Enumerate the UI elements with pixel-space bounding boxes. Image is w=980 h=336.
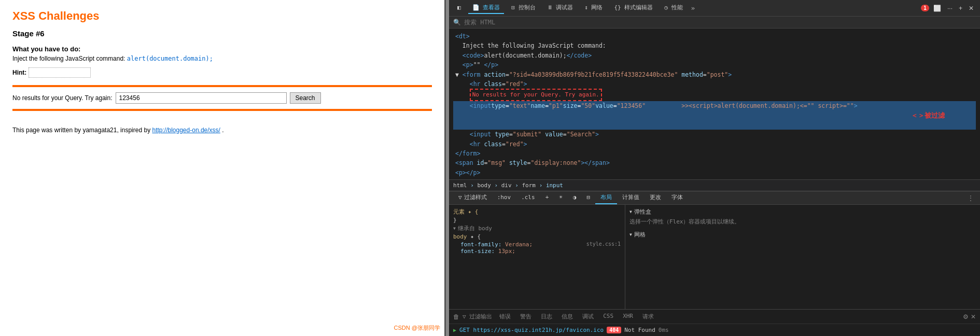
html-line: ▼ <form action="?sid=4a03899db869f9b21fc… [453, 70, 976, 79]
task-desc: Inject the following JavaScript command:… [12, 55, 432, 62]
devtools-bottom: ▽ 过滤样式 :hov .cls + ☀ ◑ ⊟ 布局 计算值 更改 字体 ⋮ … [449, 191, 980, 336]
search-icon: 🔍 [453, 19, 461, 26]
tab-errors[interactable]: 错误 [495, 312, 515, 321]
html-line: <dt> [453, 32, 976, 41]
tab-console[interactable]: ⊡ 控制台 [507, 2, 539, 14]
font-family-prop: font-family: Verdana; style.css:1 [453, 241, 621, 248]
tab-layout[interactable]: 布局 [595, 191, 617, 204]
html-source: <dt> Inject the following JavaScript com… [449, 29, 980, 179]
inherited-header: ▼ 继承自 body [453, 225, 621, 232]
styles-left: 元素 ✦ { } ▼ 继承自 body body ✦ { font-family… [449, 205, 625, 309]
annotation-arrow: ＜＞被过滤 [911, 110, 945, 121]
tab-add-rule[interactable]: + [540, 192, 554, 204]
code-command: alert(document.domain); [127, 55, 213, 62]
tab-requests[interactable]: 请求 [638, 312, 658, 321]
console-bar: 🗑 ▽ 过滤输出 错误 警告 日志 信息 调试 CSS XHR 请求 ⚙ ✕ [449, 309, 980, 324]
page-title: XSS Challenges [12, 9, 432, 23]
footer-text: This page was written by yamagata21, ins… [12, 127, 432, 134]
tab-debug[interactable]: 调试 [578, 312, 598, 321]
trash-icon[interactable]: 🗑 [453, 313, 459, 320]
breadcrumb-input[interactable]: input [546, 182, 563, 189]
tab-inspector[interactable]: ◧ [453, 3, 465, 13]
task-desc-text: Inject the following JavaScript command: [12, 55, 125, 62]
network-icon: ↕ [584, 4, 588, 11]
tab-log[interactable]: 日志 [537, 312, 556, 321]
flex-box-header[interactable]: ▼ 弹性盒 [629, 208, 976, 216]
breadcrumb-html[interactable]: html [453, 182, 467, 189]
performance-icon: ◷ [664, 4, 668, 11]
tab-print[interactable]: ⊟ [582, 192, 596, 204]
debugger-icon: ⏸ [547, 4, 553, 11]
status-badge: 404 [607, 327, 621, 333]
tab-filter-styles[interactable]: ▽ 过滤样式 [453, 191, 492, 204]
close-icon[interactable]: ✕ [971, 313, 976, 320]
tab-css[interactable]: CSS [599, 312, 618, 321]
tab-dark[interactable]: ◑ [568, 192, 582, 204]
breadcrumb-form[interactable]: form [522, 182, 536, 189]
more-tabs-btn[interactable]: » [691, 4, 695, 12]
responsive-btn[interactable]: ⬜ [931, 4, 943, 12]
html-line: No results for your Query. Try again. [453, 89, 976, 101]
html-line: <p>"" </p> [453, 60, 976, 69]
tab-computed[interactable]: 计算值 [617, 191, 645, 204]
close-devtools-btn[interactable]: ✕ [967, 4, 976, 12]
tab-xhr[interactable]: XHR [619, 312, 637, 321]
footer-link[interactable]: http://blogged-on.de/xss/ [152, 127, 220, 134]
html-line: <hr class="red"> [453, 79, 976, 89]
footer-label: This page was written by yamagata21, ins… [12, 127, 152, 134]
bottom-tab-actions: ⋮ [965, 193, 976, 203]
grid-header[interactable]: ▼ 网格 [629, 231, 976, 239]
hint-line: Hint: [12, 67, 432, 78]
tab-fonts[interactable]: 字体 [666, 191, 688, 204]
network-row: ▶ GET https://xss-quiz.int21h.jp/favicon… [453, 326, 976, 334]
stage-title: Stage #6 [12, 29, 432, 38]
tab-performance[interactable]: ◷ 性能 [660, 2, 687, 14]
font-size-prop: font-size: 13px; [453, 248, 621, 255]
hint-input[interactable] [29, 67, 91, 78]
tab-viewer[interactable]: 📄 查看器 [468, 2, 505, 14]
tab-changes[interactable]: 更改 [645, 191, 666, 204]
breadcrumb-body[interactable]: body [477, 182, 491, 189]
tab-warnings[interactable]: 警告 [516, 312, 536, 321]
html-line: <hr class="red"> [453, 139, 976, 149]
network-time: 0ms [659, 327, 669, 333]
search-html-input[interactable] [464, 19, 976, 26]
top-orange-bar [12, 85, 432, 87]
expand-icon[interactable]: ▶ [453, 327, 456, 333]
style-editor-icon: {} [614, 4, 621, 11]
more-options-btn[interactable]: ··· [945, 4, 955, 12]
tab-cls[interactable]: .cls [516, 192, 540, 204]
chevron-down-icon: ▼ [629, 209, 632, 214]
viewer-icon: 📄 [472, 4, 480, 11]
html-line-selected[interactable]: <input type="text" name="p1" size="50" v… [453, 101, 976, 130]
settings-icon[interactable]: ⚙ [963, 313, 969, 320]
search-row: No results for your Query. Try again: Se… [12, 92, 432, 104]
task-heading: What you have to do: [12, 45, 432, 53]
console-actions: ⚙ ✕ [963, 313, 976, 320]
filter-label: ▽ 过滤输出 [463, 313, 492, 320]
more-options-btn[interactable]: ⋮ [965, 193, 976, 203]
styles-right: ▼ 弹性盒 选择一个弹性（Flex）容器或项目以继续。 ▼ 网格 [625, 205, 980, 309]
devtools-panel: ◧ 📄 查看器 ⊡ 控制台 ⏸ 调试器 ↕ 网络 {} 样式编辑器 ◷ 性能 »… [449, 0, 980, 336]
bottom-tabs: ▽ 过滤样式 :hov .cls + ☀ ◑ ⊟ 布局 计算值 更改 字体 ⋮ [449, 191, 980, 205]
search-input[interactable] [116, 92, 287, 104]
devtools-actions: 1 ⬜ ··· + ✕ [921, 4, 976, 12]
network-url[interactable]: GET https://xss-quiz.int21h.jp/favicon.i… [459, 327, 604, 333]
tab-light[interactable]: ☀ [554, 192, 568, 204]
not-found-text: Not Found [624, 327, 655, 333]
tab-network[interactable]: ↕ 网络 [580, 2, 607, 14]
error-badge: 1 [921, 5, 929, 11]
network-log: ▶ GET https://xss-quiz.int21h.jp/favicon… [449, 324, 980, 336]
tab-debugger[interactable]: ⏸ 调试器 [543, 2, 578, 14]
html-line: <span id="msg" style="display:none"></sp… [453, 158, 976, 167]
filter-icon: ▽ [458, 194, 462, 201]
tab-style-editor[interactable]: {} 样式编辑器 [610, 2, 657, 14]
tab-hov[interactable]: :hov [492, 192, 516, 204]
red-box: No results for your Query. Try again. [470, 89, 602, 101]
console-tabs: 错误 警告 日志 信息 调试 CSS XHR 请求 [495, 312, 658, 321]
new-tab-btn[interactable]: + [957, 4, 964, 12]
element-close: } [453, 217, 621, 223]
breadcrumb-div[interactable]: div [501, 182, 512, 189]
tab-info[interactable]: 信息 [557, 312, 577, 321]
search-button[interactable]: Search [290, 92, 321, 104]
